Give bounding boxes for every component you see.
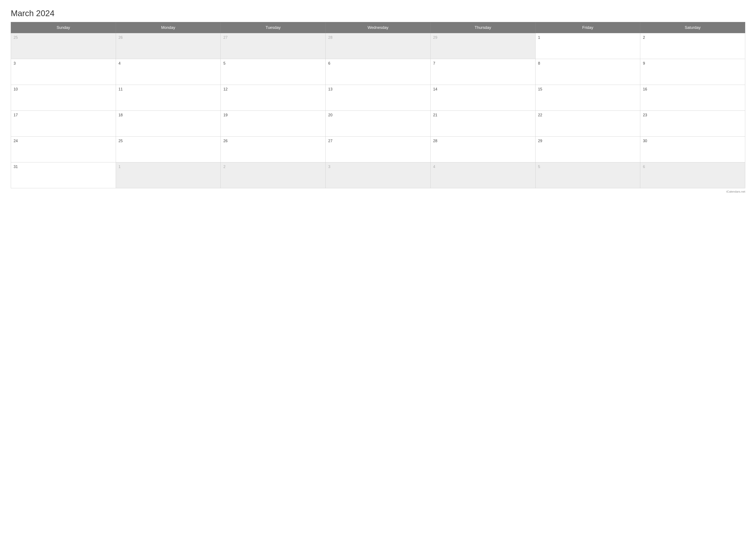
calendar-cell: 3 xyxy=(11,59,116,85)
calendar-cell: 22 xyxy=(535,111,640,137)
calendar-cell: 5 xyxy=(221,59,326,85)
calendar-week-row: 17181920212223 xyxy=(11,111,745,137)
calendar-cell: 18 xyxy=(116,111,221,137)
calendar-cell: 26 xyxy=(221,137,326,163)
calendar-cell: 4 xyxy=(116,59,221,85)
footer-credit: iCalendars.net xyxy=(11,190,745,193)
calendar-header-thursday: Thursday xyxy=(430,22,535,33)
calendar-cell: 2 xyxy=(640,33,745,59)
calendar-header-sunday: Sunday xyxy=(11,22,116,33)
calendar-cell: 11 xyxy=(116,85,221,111)
calendar-cell: 7 xyxy=(430,59,535,85)
calendar-week-row: 31123456 xyxy=(11,163,745,188)
calendar-cell: 1 xyxy=(116,163,221,188)
calendar-cell: 28 xyxy=(430,137,535,163)
calendar-cell: 27 xyxy=(326,137,431,163)
calendar-header-tuesday: Tuesday xyxy=(221,22,326,33)
calendar-cell: 21 xyxy=(430,111,535,137)
calendar-cell: 29 xyxy=(430,33,535,59)
calendar-cell: 13 xyxy=(326,85,431,111)
calendar-header-wednesday: Wednesday xyxy=(326,22,431,33)
calendar-cell: 23 xyxy=(640,111,745,137)
calendar-week-row: 24252627282930 xyxy=(11,137,745,163)
calendar-week-row: 10111213141516 xyxy=(11,85,745,111)
calendar-body: 2526272829123456789101112131415161718192… xyxy=(11,33,745,188)
calendar-header-saturday: Saturday xyxy=(640,22,745,33)
calendar-cell: 30 xyxy=(640,137,745,163)
calendar-cell: 16 xyxy=(640,85,745,111)
calendar-cell: 29 xyxy=(535,137,640,163)
calendar-cell: 27 xyxy=(221,33,326,59)
calendar-cell: 31 xyxy=(11,163,116,188)
calendar-table: SundayMondayTuesdayWednesdayThursdayFrid… xyxy=(11,22,745,188)
calendar-week-row: 252627282912 xyxy=(11,33,745,59)
calendar-cell: 17 xyxy=(11,111,116,137)
calendar-cell: 12 xyxy=(221,85,326,111)
calendar-cell: 3 xyxy=(326,163,431,188)
calendar-header-monday: Monday xyxy=(116,22,221,33)
calendar-cell: 6 xyxy=(326,59,431,85)
calendar-cell: 15 xyxy=(535,85,640,111)
calendar-header-row: SundayMondayTuesdayWednesdayThursdayFrid… xyxy=(11,22,745,33)
calendar-cell: 24 xyxy=(11,137,116,163)
calendar-cell: 26 xyxy=(116,33,221,59)
calendar-cell: 28 xyxy=(326,33,431,59)
calendar-cell: 1 xyxy=(535,33,640,59)
calendar-cell: 4 xyxy=(430,163,535,188)
calendar-cell: 2 xyxy=(221,163,326,188)
calendar-cell: 9 xyxy=(640,59,745,85)
calendar-cell: 25 xyxy=(116,137,221,163)
calendar-cell: 25 xyxy=(11,33,116,59)
calendar-header-friday: Friday xyxy=(535,22,640,33)
calendar-cell: 6 xyxy=(640,163,745,188)
calendar-cell: 10 xyxy=(11,85,116,111)
calendar-cell: 14 xyxy=(430,85,535,111)
calendar-cell: 19 xyxy=(221,111,326,137)
calendar-cell: 8 xyxy=(535,59,640,85)
calendar-cell: 5 xyxy=(535,163,640,188)
calendar-week-row: 3456789 xyxy=(11,59,745,85)
page-title: March 2024 xyxy=(11,9,745,18)
calendar-cell: 20 xyxy=(326,111,431,137)
